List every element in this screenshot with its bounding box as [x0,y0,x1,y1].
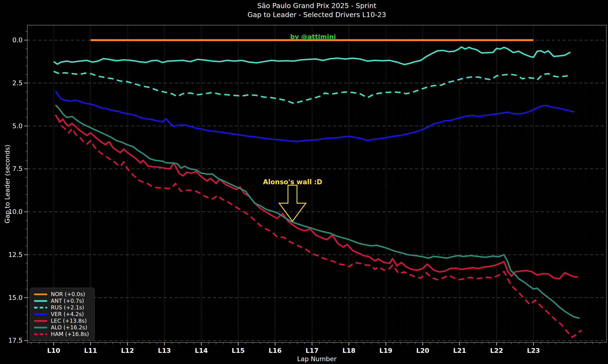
legend-item-ANT: ANT (+0.7s) [34,298,89,304]
y-axis-label: Gap to Leader (seconds) [4,145,11,223]
x-tick-label-L13: L13 [158,347,171,354]
y-tick-label-7.5: 7.5 [12,165,23,172]
series-line-RUS [54,71,569,104]
series-line-HAM [57,117,582,337]
x-tick-label-L19: L19 [379,347,392,354]
x-axis-label: Lap Number [297,355,336,363]
legend-item-RUS: RUS (+2.1s) [34,304,89,311]
legend-swatch-HAM-dashed-line [34,333,47,335]
x-tick-label-L21: L21 [453,347,466,354]
legend-item-ALO: ALO (+16.2s) [34,324,89,331]
x-tick-label-L10: L10 [47,347,60,354]
x-tick-label-L16: L16 [269,347,282,354]
legend-label-HAM: HAM (+16.8s) [51,331,89,337]
legend-swatch-VER-line [34,313,47,315]
legend-label-ANT: ANT (+0.7s) [51,298,84,304]
y-tick-label-0.0: 0.0 [12,36,23,44]
x-tick-label-L11: L11 [84,347,97,354]
legend-label-NOR: NOR (+0.0s) [51,291,85,297]
y-tick-label-5.0: 5.0 [12,122,23,130]
chart-title-line1: São Paulo Grand Prix 2025 - Sprint [247,1,386,10]
legend-swatch-RUS-dashed-line [34,307,47,308]
attribution-text: by @attimini [290,33,336,40]
annotation-alonsos-wall: Alonso's wall :D [263,178,322,186]
legend-item-VER: VER (+4.2s) [34,311,89,317]
legend-item-HAM: HAM (+16.8s) [34,331,89,338]
legend-label-ALO: ALO (+16.2s) [51,324,87,331]
y-tick-label-12.5: 12.5 [8,251,23,258]
x-tick-labels: L10L11L12L13L14L15L16L17L18L19L20L21L22L… [47,347,540,354]
legend-swatch-LEC-line [34,320,47,322]
x-tick-label-L17: L17 [305,347,319,354]
y-tick-label-2.5: 2.5 [12,79,23,87]
x-tick-label-L23: L23 [527,347,540,354]
legend-label-VER: VER (+4.2s) [51,311,84,317]
legend-swatch-ANT-line [34,300,47,302]
legend-swatch-ALO-line [34,327,47,328]
legend-label-RUS: RUS (+2.1s) [51,304,84,311]
legend-item-NOR: NOR (+0.0s) [34,291,89,298]
x-tick-label-L18: L18 [342,347,356,354]
x-tick-label-L14: L14 [195,347,208,354]
x-tick-label-L20: L20 [416,347,429,354]
legend: NOR (+0.0s)ANT (+0.7s)RUS (+2.1s)VER (+4… [30,288,94,340]
legend-item-LEC: LEC (+13.8s) [34,317,89,324]
legend-label-LEC: LEC (+13.8s) [51,318,87,324]
series-line-VER [56,91,574,141]
y-tick-label-15.0: 15.0 [8,294,23,301]
x-tick-label-L15: L15 [232,347,245,354]
y-tick-label-17.5: 17.5 [8,337,23,344]
chart-title: São Paulo Grand Prix 2025 - Sprint Gap t… [247,1,386,19]
chart-title-line2: Gap to Leader - Selected Drivers L10-23 [247,10,386,19]
legend-swatch-NOR-line [34,293,47,295]
x-tick-label-L12: L12 [121,347,134,354]
figure: L10L11L12L13L14L15L16L17L18L19L20L21L22L… [0,0,608,364]
x-tick-label-L22: L22 [490,347,503,354]
